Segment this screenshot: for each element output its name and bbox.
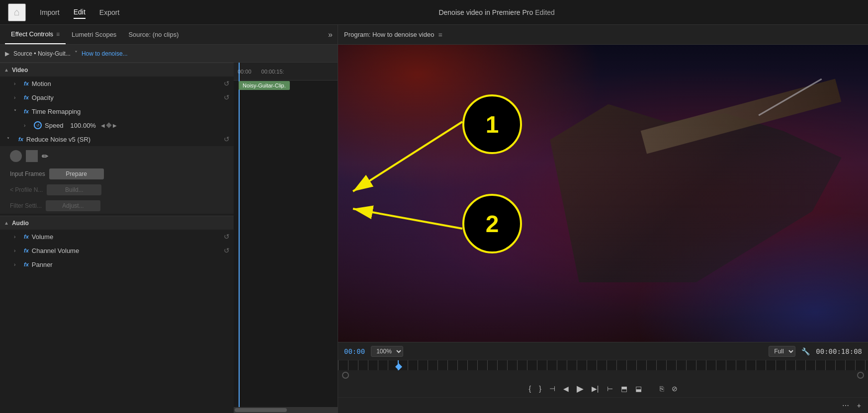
panner-fx-row[interactable]: › fx Panner — [0, 257, 234, 271]
effect-controls-label: Effect Controls — [11, 30, 53, 38]
volume-fx-row[interactable]: › fx Volume ↺ — [0, 230, 234, 244]
effect-controls-content: ▶ Source • Noisy-Guit... ˅ How to denois… — [0, 45, 338, 413]
nav-edit[interactable]: Edit — [74, 6, 86, 19]
mark-out-button[interactable]: } — [536, 383, 544, 395]
step-back-button[interactable]: ◀ — [560, 383, 572, 395]
channel-volume-fx-name: Channel Volume — [32, 247, 79, 254]
input-frames-row: Input Frames Prepare — [0, 166, 234, 182]
channel-volume-reset-icon[interactable]: ↺ — [224, 247, 230, 254]
volume-reset-icon[interactable]: ↺ — [224, 233, 230, 241]
reduce-noise-expand-icon: ˅ — [7, 137, 9, 142]
video-section-label: Video — [12, 67, 28, 74]
time-remapping-fx-row[interactable]: ˅ fx Time Remapping — [0, 104, 234, 118]
volume-fx-badge: fx — [24, 234, 29, 240]
lift-button[interactable]: ⎘ — [657, 383, 667, 395]
mark-in-button[interactable]: { — [525, 383, 534, 395]
scrubber-bar[interactable] — [338, 360, 868, 370]
insert-button[interactable]: ⬒ — [618, 383, 630, 395]
scrubber-ticks — [338, 360, 868, 370]
program-monitor-title: Program: How to denoise video — [344, 31, 434, 38]
timeline-header: 00:00 00:00:15: — [234, 63, 338, 81]
rn-square-tool[interactable] — [26, 150, 38, 162]
app-title: Denoise video in Premiere Pro Edited — [133, 8, 860, 16]
timeline-scroll-thumb[interactable] — [235, 408, 287, 412]
timeline-column: 00:00 00:00:15: Noisy-Guitar-Clip. — [234, 63, 338, 413]
source-chevron-icon[interactable]: ˅ — [75, 50, 78, 57]
source-link[interactable]: How to denoise... — [82, 50, 128, 57]
source-play-icon[interactable]: ▶ — [5, 50, 9, 57]
time-remapping-expand-icon: ˅ — [14, 109, 21, 114]
profile-label: < Profile N... — [10, 186, 43, 193]
filter-settings-row: Filter Setti... Adjust... — [0, 198, 234, 214]
effects-controls-column: ▲ Video › fx Motion ↺ › fx Opacity — [0, 63, 234, 413]
input-frames-label: Input Frames — [10, 170, 45, 177]
scrubber-start-circle[interactable] — [342, 372, 349, 379]
scrubber-end-circle[interactable] — [857, 372, 864, 379]
timeline-playhead — [239, 63, 240, 413]
panner-expand-icon: › — [14, 262, 21, 267]
source-label-text: Source • Noisy-Guit... — [13, 50, 71, 57]
tab-lumetri-scopes[interactable]: Lumetri Scopes — [66, 25, 122, 44]
video-frame: 1 2 — [338, 45, 868, 342]
program-monitor-menu-icon[interactable]: ≡ — [438, 31, 442, 39]
motion-fx-badge: fx — [24, 81, 29, 86]
wrench-icon[interactable]: 🔧 — [801, 347, 810, 355]
tab-source[interactable]: Source: (no clips) — [122, 25, 184, 44]
program-bottom-controls: 00:00 100% 50% 200% Full 1/2 1/4 🔧 00:00… — [338, 342, 868, 413]
home-button[interactable]: ⌂ — [8, 3, 26, 21]
channel-volume-fx-row[interactable]: › fx Channel Volume ↺ — [0, 244, 234, 257]
build-button[interactable]: Build... — [47, 184, 101, 195]
tab-effect-controls[interactable]: Effect Controls ≡ — [5, 25, 66, 44]
reduce-noise-tools: ✏ — [0, 146, 234, 166]
motion-reset-icon[interactable]: ↺ — [224, 80, 230, 87]
panner-fx-badge: fx — [24, 261, 29, 267]
go-in-button[interactable]: ⊣ — [546, 383, 558, 395]
opacity-reset-icon[interactable]: ↺ — [224, 93, 230, 101]
time-remapping-fx-badge: fx — [24, 108, 29, 114]
rn-circle-tool[interactable] — [10, 150, 22, 162]
reduce-noise-fx-row[interactable]: ˅ fx Reduce Noise v5 (SR) ↺ — [0, 132, 234, 146]
adjust-button[interactable]: Adjust... — [46, 200, 100, 211]
transport-controls-row: { } ⊣ ◀ ▶ ▶| ⊢ ⬒ ⬓ ⎘ ⊘ — [338, 380, 868, 397]
timeline-time-start: 00:00 — [238, 69, 252, 75]
reduce-noise-fx-badge: fx — [18, 136, 23, 142]
play-button[interactable]: ▶ — [574, 381, 587, 396]
go-out-button[interactable]: ⊢ — [604, 383, 616, 395]
audio-section-header[interactable]: ▲ Audio — [0, 216, 234, 230]
motion-fx-row[interactable]: › fx Motion ↺ — [0, 77, 234, 90]
timeline-scrollbar[interactable] — [234, 407, 338, 413]
reduce-noise-fx-name: Reduce Noise v5 (SR) — [26, 136, 90, 143]
lumetri-scopes-label: Lumetri Scopes — [72, 31, 116, 38]
quality-select[interactable]: Full 1/2 1/4 — [769, 346, 795, 357]
video-section-header[interactable]: ▲ Video — [0, 63, 234, 77]
speed-left-arrow[interactable]: ◀ — [101, 123, 105, 128]
source-bar: ▶ Source • Noisy-Guit... ˅ How to denois… — [0, 45, 338, 63]
reduce-noise-reset-icon[interactable]: ↺ — [224, 135, 230, 143]
step-fwd-button[interactable]: ▶| — [589, 383, 602, 395]
source-label: Source: (no clips) — [128, 31, 178, 38]
duration-display: 00:00:18:08 — [816, 347, 862, 355]
opacity-expand-icon: › — [14, 95, 21, 100]
nav-export[interactable]: Export — [99, 6, 119, 18]
effect-controls-menu-icon[interactable]: ≡ — [56, 31, 60, 38]
zoom-select[interactable]: 100% 50% 200% — [371, 346, 403, 357]
motion-fx-name: Motion — [32, 80, 51, 87]
overwrite-button[interactable]: ⬓ — [632, 383, 645, 395]
opacity-fx-badge: fx — [24, 94, 29, 100]
speed-clock-icon: ↺ — [34, 121, 42, 129]
timeline-clip[interactable]: Noisy-Guitar-Clip. — [239, 81, 290, 90]
speed-right-arrow[interactable]: ▶ — [113, 123, 117, 128]
transport-extras-row: ⋯ + — [338, 397, 868, 413]
extract-button[interactable]: ⊘ — [669, 383, 681, 395]
extra-btn-1[interactable]: ⋯ — [839, 400, 852, 412]
timecode-display[interactable]: 00:00 — [344, 347, 365, 355]
nav-import[interactable]: Import — [40, 6, 60, 18]
prepare-button[interactable]: Prepare — [49, 168, 104, 179]
speed-keyframe-diamond[interactable] — [106, 122, 111, 128]
panel-tabs-more-icon[interactable]: » — [323, 30, 333, 39]
scrubber-endpoints — [338, 370, 868, 380]
channel-volume-fx-badge: fx — [24, 248, 29, 253]
rn-pen-tool[interactable]: ✏ — [42, 152, 48, 161]
extra-btn-2[interactable]: + — [854, 400, 864, 412]
opacity-fx-row[interactable]: › fx Opacity ↺ — [0, 90, 234, 104]
